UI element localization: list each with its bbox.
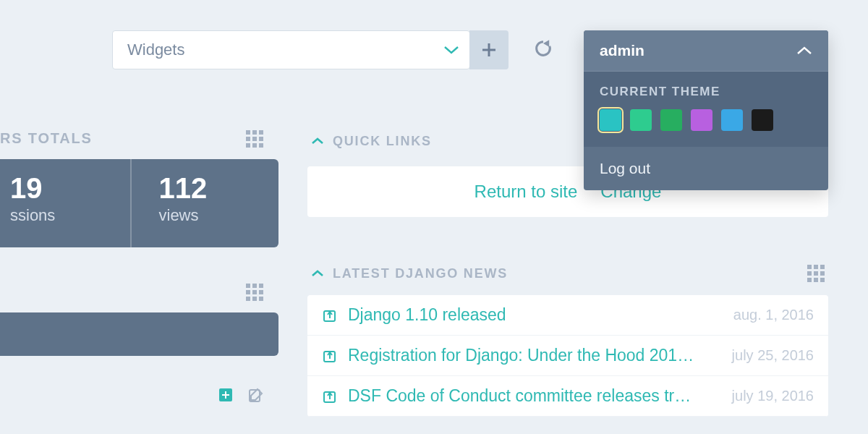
- plus-icon: [481, 37, 497, 64]
- add-icon[interactable]: [217, 386, 234, 404]
- totals-views-label: views: [159, 206, 263, 225]
- logout-label: Log out: [600, 160, 650, 176]
- drag-handle-icon[interactable]: [246, 284, 266, 304]
- news-item-title: DSF Code of Conduct committee releases t…: [348, 386, 722, 406]
- quick-links-title: QUICK LINKS: [333, 134, 432, 149]
- refresh-icon: [533, 38, 553, 61]
- chevron-up-icon: [796, 42, 812, 59]
- drag-handle-icon[interactable]: [807, 265, 827, 285]
- theme-swatch[interactable]: [752, 109, 773, 131]
- theme-swatch[interactable]: [691, 109, 712, 131]
- user-menu-toggle[interactable]: admin: [584, 30, 828, 72]
- widgets-select[interactable]: Widgets: [112, 30, 470, 69]
- logout-button[interactable]: Log out: [584, 147, 828, 190]
- news-card: Django 1.10 released aug. 1, 2016 Regist…: [307, 295, 828, 417]
- collapsed-card: [0, 312, 278, 356]
- theme-swatch[interactable]: [600, 109, 621, 131]
- theme-section: CURRENT THEME: [584, 72, 828, 147]
- quick-link-return[interactable]: Return to site: [475, 182, 578, 202]
- news-header[interactable]: LATEST DJANGO NEWS: [311, 266, 508, 281]
- theme-section-label: CURRENT THEME: [600, 85, 812, 99]
- edit-icon[interactable]: [247, 386, 265, 404]
- news-item-date: aug. 1, 2016: [733, 307, 814, 323]
- chevron-up-icon: [311, 266, 324, 281]
- news-row[interactable]: Django 1.10 released aug. 1, 2016: [307, 295, 828, 336]
- drag-handle-icon[interactable]: [246, 130, 266, 150]
- external-link-icon: [322, 348, 338, 364]
- external-link-icon: [322, 307, 338, 323]
- totals-sessions-label: ssions: [10, 206, 114, 225]
- refresh-button[interactable]: [529, 35, 558, 64]
- totals-col-views: 112 views: [130, 159, 279, 247]
- totals-card: 19 ssions 112 views: [0, 159, 278, 247]
- news-row[interactable]: Registration for Django: Under the Hood …: [307, 336, 828, 376]
- news-row[interactable]: DSF Code of Conduct committee releases t…: [307, 376, 828, 417]
- chevron-down-icon: [433, 45, 469, 55]
- username-label: admin: [600, 42, 644, 59]
- totals-col-sessions: 19 ssions: [0, 159, 130, 247]
- external-link-icon: [322, 388, 338, 404]
- quick-links-header[interactable]: QUICK LINKS: [311, 134, 432, 149]
- news-title-label: LATEST DJANGO NEWS: [333, 266, 508, 281]
- theme-swatch[interactable]: [660, 109, 682, 131]
- totals-section-header: RS TOTALS: [0, 130, 93, 147]
- user-menu-panel: admin CURRENT THEME Log out: [584, 30, 828, 190]
- news-item-title: Registration for Django: Under the Hood …: [348, 346, 722, 365]
- svg-marker-2: [543, 40, 549, 46]
- totals-sessions-value: 19: [10, 172, 114, 205]
- add-widget-button[interactable]: [469, 30, 509, 69]
- widgets-select-label: Widgets: [127, 41, 433, 59]
- totals-views-value: 112: [159, 172, 263, 205]
- theme-swatch[interactable]: [630, 109, 652, 131]
- chevron-up-icon: [311, 134, 324, 149]
- news-item-date: july 25, 2016: [732, 347, 814, 364]
- news-item-date: july 19, 2016: [732, 388, 814, 404]
- theme-swatches: [600, 109, 812, 131]
- theme-swatch[interactable]: [721, 109, 743, 131]
- news-item-title: Django 1.10 released: [348, 305, 723, 325]
